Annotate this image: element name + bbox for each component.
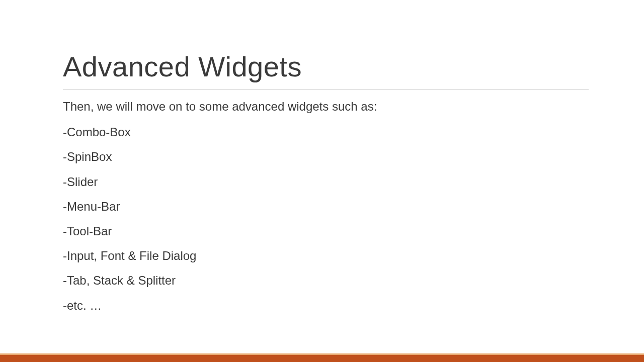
- list-item: -etc. …: [63, 298, 589, 313]
- slide-content: Advanced Widgets Then, we will move on t…: [0, 0, 644, 313]
- widget-list: -Combo-Box -SpinBox -Slider -Menu-Bar -T…: [63, 124, 589, 313]
- bottom-bar: [0, 355, 644, 362]
- list-item: -SpinBox: [63, 149, 589, 164]
- list-item: -Menu-Bar: [63, 199, 589, 214]
- list-item: -Tool-Bar: [63, 223, 589, 239]
- slide-title: Advanced Widgets: [63, 50, 589, 89]
- list-item: -Combo-Box: [63, 124, 589, 140]
- list-item: -Tab, Stack & Splitter: [63, 273, 589, 288]
- list-item: -Slider: [63, 174, 589, 190]
- intro-text: Then, we will move on to some advanced w…: [63, 99, 589, 114]
- list-item: -Input, Font & File Dialog: [63, 248, 589, 263]
